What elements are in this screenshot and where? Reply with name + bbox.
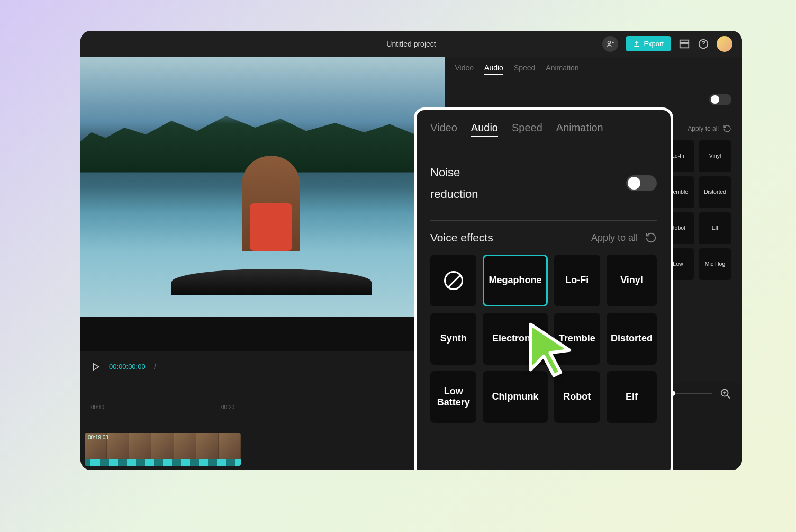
help-icon[interactable] (698, 38, 709, 50)
apply-to-all-button[interactable]: Apply to all (688, 124, 731, 133)
ruler-mark: 00:20 (221, 404, 351, 417)
reset-icon (723, 124, 731, 133)
preview-area: 00:00:00:00 / (80, 57, 445, 383)
voice-effect-synth[interactable]: Synth (430, 313, 476, 365)
tab-audio[interactable]: Audio (484, 64, 503, 75)
voice-effects-grid-big: MegaphoneLo-FiVinylSynthElectronicTrembl… (430, 255, 657, 423)
popup-tab-speed[interactable]: Speed (512, 122, 542, 137)
voice-effect-chipmunk[interactable]: Chipmunk (483, 371, 547, 423)
audio-panel-zoom: Video Audio Speed Animation Noisereducti… (414, 107, 673, 470)
voice-effect-lo-fi[interactable]: Lo-Fi (554, 255, 600, 306)
titlebar: Untitled project Export (80, 31, 742, 57)
video-clip[interactable]: 00:19:03 (85, 433, 241, 466)
app-window: Untitled project Export (80, 31, 742, 470)
voice-effect-vinyl[interactable]: Vinyl (607, 255, 657, 306)
popup-voice-effects-title: Voice effects (430, 231, 493, 244)
svg-rect-1 (680, 40, 689, 42)
user-share-icon[interactable] (602, 36, 618, 52)
noise-reduction-toggle[interactable] (709, 94, 731, 105)
avatar[interactable] (717, 36, 732, 52)
popup-tab-animation[interactable]: Animation (556, 122, 603, 137)
voice-effect-elf[interactable]: Elf (607, 371, 657, 423)
voice-effect-robot[interactable]: Robot (554, 371, 600, 423)
timecode-current: 00:00:00:00 (109, 363, 146, 371)
voice-effect-elf[interactable]: Elf (699, 212, 731, 244)
tab-video[interactable]: Video (455, 64, 474, 75)
tab-speed[interactable]: Speed (514, 64, 535, 75)
zoom-in-icon[interactable] (720, 388, 731, 400)
popup-noise-reduction-row: Noisereduction (430, 152, 657, 221)
none-icon (444, 271, 463, 290)
reset-icon (645, 232, 657, 244)
popup-noise-reduction-toggle[interactable] (626, 175, 657, 191)
panel-tabs: Video Audio Speed Animation (455, 57, 732, 82)
voice-effect-tremble[interactable]: Tremble (554, 313, 600, 365)
voice-effect-distorted[interactable]: Distorted (699, 176, 731, 208)
popup-tabs: Video Audio Speed Animation (430, 122, 657, 137)
playback-bar: 00:00:00:00 / (80, 351, 445, 383)
export-button[interactable]: Export (626, 36, 671, 51)
svg-point-0 (608, 41, 611, 43)
voice-effect-low-battery[interactable]: Low Battery (430, 371, 476, 423)
play-icon[interactable] (91, 362, 101, 372)
noise-reduction-label: Noisereduction (430, 161, 478, 206)
voice-effect-distorted[interactable]: Distorted (607, 313, 657, 365)
voice-effect-none[interactable] (430, 255, 476, 306)
project-title: Untitled project (386, 40, 436, 48)
popup-voice-effects-header: Voice effects Apply to all (430, 231, 657, 244)
ruler-mark: 00:10 (91, 404, 221, 417)
titlebar-actions: Export (602, 36, 732, 52)
voice-effect-megaphone[interactable]: Megaphone (483, 255, 547, 306)
video-preview (80, 57, 445, 317)
clip-duration-label: 00:19:03 (88, 435, 108, 440)
voice-effect-mic-hog[interactable]: Mic Hog (699, 248, 731, 280)
popup-apply-to-all-button[interactable]: Apply to all (591, 232, 657, 244)
popup-tab-video[interactable]: Video (430, 122, 457, 137)
tab-animation[interactable]: Animation (546, 64, 578, 75)
voice-effect-vinyl[interactable]: Vinyl (699, 140, 731, 172)
svg-rect-2 (680, 44, 689, 48)
popup-tab-audio[interactable]: Audio (471, 122, 498, 137)
layout-icon[interactable] (679, 38, 690, 50)
voice-effect-electronic[interactable]: Electronic (483, 313, 547, 365)
